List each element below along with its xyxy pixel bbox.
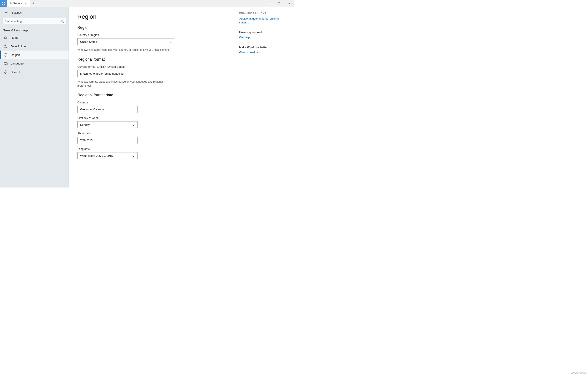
regional-format-data-section: Regional format data Calendar Gregorian … xyxy=(77,93,223,159)
sidebar-item-speech[interactable]: Speech xyxy=(0,68,69,76)
sidebar-item-region[interactable]: Region xyxy=(0,51,69,59)
have-a-question-section: Have a question? Get help xyxy=(239,31,289,39)
additional-date-time-link[interactable]: Additional date, time, & regional settin… xyxy=(239,17,289,24)
calendar-dropdown[interactable]: Gregorian Calendar ⌄ xyxy=(77,106,137,113)
keyboard-icon xyxy=(3,61,8,65)
search-box[interactable]: 🔍 xyxy=(3,18,66,24)
sidebar-title: Settings xyxy=(12,11,22,14)
region-section-title: Region xyxy=(77,25,223,30)
country-region-value: United States xyxy=(80,40,97,43)
maximize-button[interactable]: ❐ xyxy=(274,0,284,7)
tab-bar: ⚙ Settings ✕ + xyxy=(7,0,264,7)
back-button[interactable]: ← xyxy=(3,10,10,15)
country-region-dropdown[interactable]: United States ⌄ xyxy=(77,38,174,45)
make-better-title: Make Windows better xyxy=(239,46,289,49)
related-settings-title: Related settings xyxy=(239,11,289,14)
region-section: Region Country or region United States ⌄… xyxy=(77,25,223,52)
sidebar-item-region-label: Region xyxy=(11,53,20,56)
close-button[interactable]: ✕ xyxy=(284,0,294,7)
long-date-chevron: ⌄ xyxy=(132,154,135,157)
regional-format-chevron: ⌄ xyxy=(169,72,171,75)
regional-format-data-title: Regional format data xyxy=(77,93,223,97)
sidebar-item-language[interactable]: Language xyxy=(0,59,69,68)
first-day-label: First day of week xyxy=(77,116,223,119)
search-input[interactable] xyxy=(3,18,66,24)
related-settings-section: Related settings Additional date, time, … xyxy=(239,11,289,24)
main-content: Region Region Country or region United S… xyxy=(69,7,234,188)
calendar-chevron: ⌄ xyxy=(132,108,135,111)
short-date-dropdown[interactable]: 7/29/2015 ⌄ xyxy=(77,137,137,144)
regional-format-dropdown[interactable]: Match top of preferred language list ⌄ xyxy=(77,70,174,77)
calendar-label: Calendar xyxy=(77,101,223,104)
page-title: Region xyxy=(77,13,223,20)
have-question-title: Have a question? xyxy=(239,31,289,34)
svg-rect-2 xyxy=(2,4,3,5)
tab-settings[interactable]: ⚙ Settings ✕ xyxy=(7,0,30,7)
sidebar-item-datetime-label: Date & time xyxy=(11,45,26,48)
sidebar-header: ← Settings xyxy=(0,7,69,18)
regional-format-section: Regional format Current format: English … xyxy=(77,57,223,88)
globe-icon xyxy=(3,53,8,57)
long-date-label: Long date xyxy=(77,147,223,150)
short-date-chevron: ⌄ xyxy=(132,139,135,142)
right-panel: Related settings Additional date, time, … xyxy=(234,7,294,188)
back-icon: ← xyxy=(5,11,8,14)
regional-format-title: Regional format xyxy=(77,57,223,62)
microphone-icon xyxy=(3,70,8,74)
sidebar-item-language-label: Language xyxy=(11,62,24,65)
calendar-value: Gregorian Calendar xyxy=(80,108,105,111)
svg-rect-1 xyxy=(4,2,5,3)
clock-icon xyxy=(3,44,8,48)
long-date-value: Wednesday, July 29, 2015 xyxy=(80,154,113,157)
first-day-chevron: ⌄ xyxy=(132,123,135,127)
make-windows-better-section: Make Windows better Give us feedback xyxy=(239,46,289,54)
sidebar-item-home-label: Home xyxy=(11,36,19,39)
tab-settings-label: Settings xyxy=(13,2,22,5)
minimize-button[interactable]: — xyxy=(264,0,274,7)
sidebar-item-home[interactable]: Home xyxy=(0,33,69,42)
nav-section-header: Time & Language xyxy=(0,26,69,33)
sidebar-item-speech-label: Speech xyxy=(11,71,21,74)
regional-format-value: Match top of preferred language list xyxy=(80,72,124,75)
country-region-helper: Windows and apps might use your country … xyxy=(77,48,172,52)
app-container: ← Settings 🔍 Time & Language Home xyxy=(0,7,294,188)
tab-settings-icon: ⚙ xyxy=(10,2,12,5)
give-feedback-link[interactable]: Give us feedback xyxy=(239,51,289,54)
get-help-link[interactable]: Get help xyxy=(239,35,289,39)
add-tab-button[interactable]: + xyxy=(30,0,37,7)
svg-rect-16 xyxy=(5,70,6,72)
first-day-value: Sunday xyxy=(80,123,90,127)
sidebar: ← Settings 🔍 Time & Language Home xyxy=(0,7,69,188)
regional-format-helper: Windows formats dates and times based on… xyxy=(77,80,172,88)
title-bar: ⚙ Settings ✕ + — ❐ ✕ xyxy=(0,0,294,7)
home-icon xyxy=(3,35,8,40)
tab-close-button[interactable]: ✕ xyxy=(24,2,27,5)
search-icon: 🔍 xyxy=(61,20,64,23)
app-icon xyxy=(0,0,7,7)
short-date-label: Short date xyxy=(77,132,223,135)
sidebar-item-datetime[interactable]: Date & time xyxy=(0,42,69,51)
country-region-chevron: ⌄ xyxy=(169,40,171,43)
svg-rect-3 xyxy=(4,4,5,5)
svg-rect-0 xyxy=(2,2,3,3)
current-format-label: Current format: English (United States) xyxy=(77,65,223,68)
short-date-value: 7/29/2015 xyxy=(80,139,93,142)
country-region-label: Country or region xyxy=(77,33,223,37)
window-controls: — ❐ ✕ xyxy=(264,0,294,7)
first-day-dropdown[interactable]: Sunday ⌄ xyxy=(77,121,137,128)
long-date-dropdown[interactable]: Wednesday, July 29, 2015 ⌄ xyxy=(77,152,137,159)
